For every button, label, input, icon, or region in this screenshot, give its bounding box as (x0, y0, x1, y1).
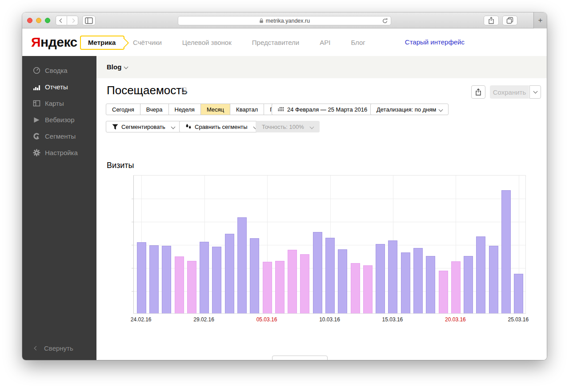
compare-segments-button[interactable]: Сравнить сегменты (179, 121, 263, 132)
export-icon (475, 88, 481, 96)
x-axis-label-24.02.16: 24.02.16 (131, 316, 152, 323)
nav-item-Представители[interactable]: Представители (252, 39, 299, 46)
chart-bar-24.03.16[interactable] (501, 190, 511, 313)
chart-bar-13.03.16[interactable] (363, 265, 373, 313)
chart-bar-19.03.16[interactable] (439, 271, 448, 313)
gauge-icon (32, 67, 40, 75)
metrika-badge[interactable]: Метрика (80, 36, 124, 50)
chart-x-axis-labels: 24.02.1629.02.1605.03.1610.03.1615.03.16… (133, 316, 526, 324)
counter-band: Blog (96, 56, 547, 78)
sidebar-item-label: Сводка (45, 67, 68, 74)
counter-switcher[interactable]: Blog (107, 63, 128, 71)
chart-bar-04.03.16[interactable] (250, 238, 259, 313)
chevron-right-icon (70, 18, 75, 23)
chart-bar-03.03.16[interactable] (237, 217, 247, 313)
date-range-button[interactable]: 24 Февраля — 25 Марта 2016 (272, 104, 373, 115)
back-button[interactable] (56, 16, 67, 25)
sidebar-item-Отчеты[interactable]: Отчеты (22, 79, 96, 95)
period-button-Месяц[interactable]: Месяц (200, 104, 230, 115)
chart-bar-25.03.16[interactable] (514, 274, 523, 313)
nav-item-Целевой звонок[interactable]: Целевой звонок (182, 39, 232, 46)
zoom-window-button[interactable] (45, 18, 50, 23)
period-button-Вчера[interactable]: Вчера (140, 104, 169, 115)
chart-bar-21.03.16[interactable] (464, 256, 473, 313)
save-dropdown-button[interactable] (529, 85, 541, 99)
sidebar-item-label: Настройка (45, 149, 78, 156)
segment-button[interactable]: Сегментировать (106, 121, 181, 132)
chart-bar-14.03.16[interactable] (376, 244, 385, 313)
minimize-window-button[interactable] (36, 18, 41, 23)
chart-bar-07.03.16[interactable] (288, 250, 297, 313)
segments-icon (32, 132, 40, 140)
x-axis-label-15.03.16: 15.03.16 (382, 316, 403, 323)
sidebar-item-Сегменты[interactable]: Сегменты (22, 128, 96, 144)
chart-bar-15.03.16[interactable] (388, 240, 397, 313)
chevron-down-icon (439, 107, 443, 112)
forward-button[interactable] (67, 16, 78, 25)
chart-bar-25.02.16[interactable] (149, 245, 159, 313)
old-interface-link[interactable]: Старый интерфейс (405, 38, 465, 46)
axis-tick (132, 268, 134, 268)
chart-plot[interactable] (133, 175, 526, 314)
chart-bar-29.02.16[interactable] (200, 242, 209, 313)
save-button[interactable]: Сохранить (490, 85, 529, 99)
h-gridline (134, 199, 525, 199)
sidebar-item-Карты[interactable]: Карты (22, 95, 96, 112)
page-title: Посещаемость (107, 84, 188, 97)
chart-bar-28.02.16[interactable] (187, 261, 196, 313)
yandex-logo[interactable]: Яндекс (31, 35, 77, 50)
chart-bar-06.03.16[interactable] (275, 261, 284, 313)
bookmark-icon[interactable] (181, 87, 187, 94)
refresh-icon[interactable] (382, 18, 388, 24)
layout-icon (32, 100, 40, 108)
chart-bar-05.03.16[interactable] (263, 262, 272, 313)
axis-tick (132, 291, 134, 292)
chart-bar-16.03.16[interactable] (401, 252, 410, 313)
chart-bar-08.03.16[interactable] (300, 254, 309, 313)
chart-bar-20.03.16[interactable] (451, 261, 461, 313)
nav-item-API[interactable]: API (320, 39, 330, 46)
chart-bar-02.03.16[interactable] (225, 234, 234, 313)
chart-bar-11.03.16[interactable] (338, 249, 347, 313)
chart-bar-09.03.16[interactable] (313, 232, 322, 313)
sidebar-item-Вебвизор[interactable]: Вебвизор (22, 112, 96, 128)
partial-dropdown-button[interactable] (272, 356, 328, 360)
chart-bar-27.02.16[interactable] (175, 256, 184, 313)
period-button-Сегодня[interactable]: Сегодня (106, 104, 140, 115)
chevron-down-icon (533, 89, 537, 94)
chart-bar-12.03.16[interactable] (351, 263, 360, 313)
gear-icon (32, 149, 40, 157)
tab-overview-button[interactable] (502, 16, 517, 25)
chart-bar-26.02.16[interactable] (162, 246, 171, 313)
sidebar-toggle-button[interactable] (82, 16, 96, 25)
nav-item-Блог[interactable]: Блог (351, 39, 365, 46)
accuracy-dropdown[interactable]: Точность: 100% (256, 121, 320, 132)
chart-bar-22.03.16[interactable] (476, 236, 485, 313)
sidebar-item-label: Отчеты (45, 83, 68, 91)
sidebar-item-Настройка[interactable]: Настройка (22, 144, 96, 161)
plus-icon: + (538, 16, 543, 25)
sidebar-collapse-button[interactable]: Свернуть (22, 344, 73, 352)
url-text: metrika.yandex.ru (266, 18, 310, 24)
share-button[interactable] (484, 16, 499, 25)
top-nav: СчётчикиЦелевой звонокПредставителиAPIБл… (133, 28, 365, 56)
chevron-left-icon (34, 346, 39, 351)
app-header: Яндекс Метрика СчётчикиЦелевой звонокПре… (22, 28, 547, 56)
traffic-lights (27, 18, 50, 23)
period-button-Квартал[interactable]: Квартал (230, 104, 264, 115)
chart-bar-23.03.16[interactable] (489, 246, 498, 313)
detail-dropdown[interactable]: Детализация: по дням (370, 104, 449, 115)
chart-bar-18.03.16[interactable] (426, 256, 435, 313)
new-tab-button[interactable]: + (533, 12, 547, 28)
chart-bar-24.02.16[interactable] (137, 242, 146, 313)
chart-bar-17.03.16[interactable] (413, 248, 423, 313)
sidebar-item-Сводка[interactable]: Сводка (22, 62, 96, 79)
x-axis-label-05.03.16: 05.03.16 (256, 316, 277, 323)
chart-bar-01.03.16[interactable] (212, 247, 221, 313)
export-button[interactable] (471, 85, 485, 99)
address-bar[interactable]: metrika.yandex.ru (178, 16, 391, 25)
close-window-button[interactable] (27, 18, 32, 23)
chart-bar-10.03.16[interactable] (325, 238, 335, 313)
nav-item-Счётчики[interactable]: Счётчики (133, 39, 162, 46)
period-button-Неделя[interactable]: Неделя (168, 104, 201, 115)
